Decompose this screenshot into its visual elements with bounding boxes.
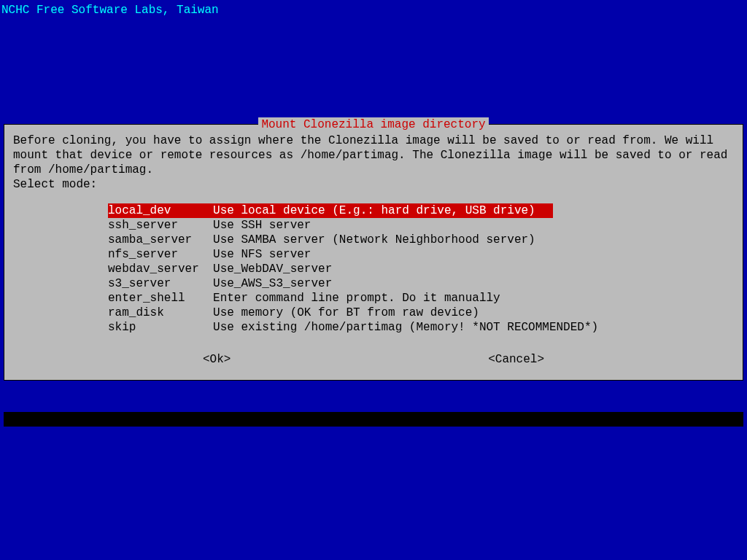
dialog-title: Mount Clonezilla image directory	[258, 117, 488, 132]
dialog-message: Before cloning, you have to assign where…	[13, 133, 734, 192]
menu-item-enter_shell[interactable]: enter_shell Enter command line prompt. D…	[108, 291, 734, 306]
menu-item-ram_disk[interactable]: ram_disk Use memory (OK for BT from raw …	[108, 306, 734, 320]
cancel-button[interactable]: <Cancel>	[488, 352, 544, 367]
dialog-shadow	[4, 412, 743, 427]
mount-dialog: Mount Clonezilla image directory Before …	[4, 124, 743, 381]
header-line: NCHC Free Software Labs, Taiwan	[0, 0, 747, 20]
menu-item-samba_server[interactable]: samba_server Use SAMBA server (Network N…	[108, 233, 734, 247]
menu-item-s3_server[interactable]: s3_server Use_AWS_S3_server	[108, 276, 734, 291]
menu-item-nfs_server[interactable]: nfs_server Use NFS server	[108, 247, 734, 262]
menu-item-local_dev[interactable]: local_dev Use local device (E.g.: hard d…	[108, 203, 553, 218]
menu-item-ssh_server[interactable]: ssh_server Use SSH server	[108, 218, 734, 233]
menu-item-skip[interactable]: skip Use existing /home/partimag (Memory…	[108, 320, 734, 335]
menu-item-webdav_server[interactable]: webdav_server Use_WebDAV_server	[108, 262, 734, 276]
ok-button[interactable]: <Ok>	[203, 352, 231, 367]
mode-menu[interactable]: local_dev Use local device (E.g.: hard d…	[108, 203, 734, 335]
